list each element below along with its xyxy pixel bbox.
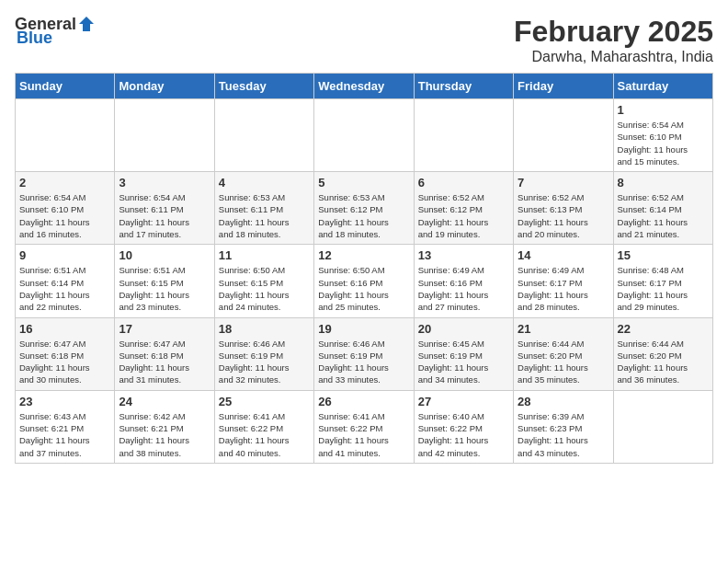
calendar-day-cell: 21Sunrise: 6:44 AM Sunset: 6:20 PM Dayli… xyxy=(514,317,613,390)
month-title: February 2025 xyxy=(514,15,713,49)
svg-marker-0 xyxy=(79,17,94,31)
day-info: Sunrise: 6:50 AM Sunset: 6:16 PM Dayligh… xyxy=(318,264,409,313)
day-number: 13 xyxy=(418,248,509,262)
day-number: 21 xyxy=(518,322,609,336)
calendar-day-cell: 24Sunrise: 6:42 AM Sunset: 6:21 PM Dayli… xyxy=(115,390,214,463)
day-info: Sunrise: 6:47 AM Sunset: 6:18 PM Dayligh… xyxy=(19,338,110,386)
calendar-day-cell: 23Sunrise: 6:43 AM Sunset: 6:21 PM Dayli… xyxy=(16,390,115,463)
weekday-header: Monday xyxy=(115,74,214,99)
calendar-day-cell: 19Sunrise: 6:46 AM Sunset: 6:19 PM Dayli… xyxy=(314,317,414,390)
calendar-day-cell: 26Sunrise: 6:41 AM Sunset: 6:22 PM Dayli… xyxy=(314,390,414,463)
day-number: 14 xyxy=(518,248,609,262)
calendar-day-cell: 3Sunrise: 6:54 AM Sunset: 6:11 PM Daylig… xyxy=(115,172,214,245)
logo-blue: Blue xyxy=(17,29,52,48)
day-info: Sunrise: 6:44 AM Sunset: 6:20 PM Dayligh… xyxy=(618,338,709,386)
weekday-header: Wednesday xyxy=(314,74,414,99)
day-number: 6 xyxy=(418,176,509,190)
calendar-day-cell xyxy=(613,390,712,463)
day-number: 16 xyxy=(19,322,110,336)
day-number: 28 xyxy=(518,395,609,408)
logo-icon xyxy=(77,15,96,33)
day-number: 1 xyxy=(618,103,709,117)
title-area: February 2025 Darwha, Maharashtra, India xyxy=(514,15,713,65)
calendar-week-row: 1Sunrise: 6:54 AM Sunset: 6:10 PM Daylig… xyxy=(16,99,713,172)
calendar-day-cell xyxy=(414,99,513,172)
calendar-day-cell: 13Sunrise: 6:49 AM Sunset: 6:16 PM Dayli… xyxy=(414,245,513,317)
day-number: 10 xyxy=(119,248,210,262)
day-info: Sunrise: 6:53 AM Sunset: 6:11 PM Dayligh… xyxy=(219,191,310,240)
calendar-day-cell: 5Sunrise: 6:53 AM Sunset: 6:12 PM Daylig… xyxy=(314,172,414,245)
calendar-day-cell: 9Sunrise: 6:51 AM Sunset: 6:14 PM Daylig… xyxy=(16,245,115,317)
calendar-day-cell: 8Sunrise: 6:52 AM Sunset: 6:14 PM Daylig… xyxy=(613,172,712,245)
day-info: Sunrise: 6:48 AM Sunset: 6:17 PM Dayligh… xyxy=(618,264,709,313)
day-number: 25 xyxy=(219,395,310,408)
calendar-week-row: 9Sunrise: 6:51 AM Sunset: 6:14 PM Daylig… xyxy=(16,245,713,317)
day-number: 7 xyxy=(518,176,609,190)
day-number: 15 xyxy=(618,248,709,262)
calendar-day-cell: 6Sunrise: 6:52 AM Sunset: 6:12 PM Daylig… xyxy=(414,172,513,245)
weekday-header: Saturday xyxy=(613,74,712,99)
calendar-header-row: SundayMondayTuesdayWednesdayThursdayFrid… xyxy=(16,74,713,99)
day-info: Sunrise: 6:49 AM Sunset: 6:17 PM Dayligh… xyxy=(518,264,609,313)
day-info: Sunrise: 6:46 AM Sunset: 6:19 PM Dayligh… xyxy=(318,338,409,386)
day-number: 5 xyxy=(318,176,409,190)
calendar-day-cell: 17Sunrise: 6:47 AM Sunset: 6:18 PM Dayli… xyxy=(115,317,214,390)
calendar-day-cell: 28Sunrise: 6:39 AM Sunset: 6:23 PM Dayli… xyxy=(514,390,613,463)
day-info: Sunrise: 6:44 AM Sunset: 6:20 PM Dayligh… xyxy=(518,338,609,386)
day-info: Sunrise: 6:46 AM Sunset: 6:19 PM Dayligh… xyxy=(219,338,310,386)
day-info: Sunrise: 6:52 AM Sunset: 6:13 PM Dayligh… xyxy=(518,191,609,240)
day-info: Sunrise: 6:41 AM Sunset: 6:22 PM Dayligh… xyxy=(219,410,310,459)
calendar-week-row: 16Sunrise: 6:47 AM Sunset: 6:18 PM Dayli… xyxy=(16,317,713,390)
calendar-day-cell xyxy=(514,99,613,172)
day-number: 3 xyxy=(119,176,210,190)
day-number: 20 xyxy=(418,322,509,336)
calendar-day-cell: 25Sunrise: 6:41 AM Sunset: 6:22 PM Dayli… xyxy=(214,390,313,463)
day-info: Sunrise: 6:49 AM Sunset: 6:16 PM Dayligh… xyxy=(418,264,509,313)
weekday-header: Thursday xyxy=(414,74,513,99)
day-info: Sunrise: 6:42 AM Sunset: 6:21 PM Dayligh… xyxy=(119,410,210,459)
day-info: Sunrise: 6:51 AM Sunset: 6:14 PM Dayligh… xyxy=(19,264,110,313)
calendar-day-cell xyxy=(214,99,313,172)
calendar-day-cell: 7Sunrise: 6:52 AM Sunset: 6:13 PM Daylig… xyxy=(514,172,613,245)
day-number: 2 xyxy=(19,176,110,190)
location-title: Darwha, Maharashtra, India xyxy=(514,49,713,65)
day-info: Sunrise: 6:41 AM Sunset: 6:22 PM Dayligh… xyxy=(318,410,409,459)
day-info: Sunrise: 6:52 AM Sunset: 6:12 PM Dayligh… xyxy=(418,191,509,240)
page-header: General Blue February 2025 Darwha, Mahar… xyxy=(15,15,713,65)
calendar-day-cell: 1Sunrise: 6:54 AM Sunset: 6:10 PM Daylig… xyxy=(613,99,712,172)
calendar-day-cell xyxy=(115,99,214,172)
day-number: 17 xyxy=(119,322,210,336)
calendar-day-cell: 18Sunrise: 6:46 AM Sunset: 6:19 PM Dayli… xyxy=(214,317,313,390)
day-number: 12 xyxy=(318,248,409,262)
day-number: 11 xyxy=(219,248,310,262)
logo: General Blue xyxy=(15,15,96,48)
day-number: 22 xyxy=(618,322,709,336)
day-number: 8 xyxy=(618,176,709,190)
day-info: Sunrise: 6:47 AM Sunset: 6:18 PM Dayligh… xyxy=(119,338,210,386)
day-info: Sunrise: 6:53 AM Sunset: 6:12 PM Dayligh… xyxy=(318,191,409,240)
calendar-day-cell: 14Sunrise: 6:49 AM Sunset: 6:17 PM Dayli… xyxy=(514,245,613,317)
calendar-table: SundayMondayTuesdayWednesdayThursdayFrid… xyxy=(15,73,713,464)
calendar-day-cell: 16Sunrise: 6:47 AM Sunset: 6:18 PM Dayli… xyxy=(16,317,115,390)
calendar-week-row: 23Sunrise: 6:43 AM Sunset: 6:21 PM Dayli… xyxy=(16,390,713,463)
calendar-day-cell: 12Sunrise: 6:50 AM Sunset: 6:16 PM Dayli… xyxy=(314,245,414,317)
calendar-day-cell: 10Sunrise: 6:51 AM Sunset: 6:15 PM Dayli… xyxy=(115,245,214,317)
weekday-header: Friday xyxy=(514,74,613,99)
day-number: 24 xyxy=(119,395,210,408)
day-info: Sunrise: 6:51 AM Sunset: 6:15 PM Dayligh… xyxy=(119,264,210,313)
weekday-header: Sunday xyxy=(16,74,115,99)
day-number: 26 xyxy=(318,395,409,408)
day-info: Sunrise: 6:52 AM Sunset: 6:14 PM Dayligh… xyxy=(618,191,709,240)
calendar-week-row: 2Sunrise: 6:54 AM Sunset: 6:10 PM Daylig… xyxy=(16,172,713,245)
weekday-header: Tuesday xyxy=(214,74,313,99)
calendar-day-cell: 15Sunrise: 6:48 AM Sunset: 6:17 PM Dayli… xyxy=(613,245,712,317)
calendar-day-cell: 4Sunrise: 6:53 AM Sunset: 6:11 PM Daylig… xyxy=(214,172,313,245)
day-info: Sunrise: 6:45 AM Sunset: 6:19 PM Dayligh… xyxy=(418,338,509,386)
day-number: 9 xyxy=(19,248,110,262)
calendar-day-cell: 27Sunrise: 6:40 AM Sunset: 6:22 PM Dayli… xyxy=(414,390,513,463)
calendar-day-cell xyxy=(314,99,414,172)
calendar-day-cell: 20Sunrise: 6:45 AM Sunset: 6:19 PM Dayli… xyxy=(414,317,513,390)
day-number: 23 xyxy=(19,395,110,408)
day-info: Sunrise: 6:40 AM Sunset: 6:22 PM Dayligh… xyxy=(418,410,509,459)
day-info: Sunrise: 6:54 AM Sunset: 6:10 PM Dayligh… xyxy=(19,191,110,240)
